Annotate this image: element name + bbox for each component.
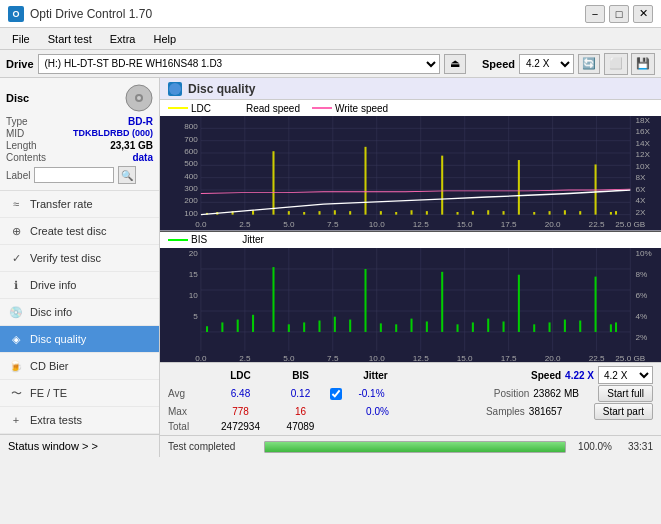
svg-text:10X: 10X — [635, 162, 650, 170]
menu-start-test[interactable]: Start test — [40, 31, 100, 47]
svg-rect-137 — [533, 324, 535, 332]
legend-read-speed-label: Read speed — [246, 103, 300, 114]
sidebar-item-extra-tests[interactable]: + Extra tests — [0, 407, 159, 434]
disc-title: Disc — [6, 92, 29, 104]
svg-text:600: 600 — [184, 147, 198, 155]
svg-rect-57 — [288, 211, 290, 215]
svg-text:300: 300 — [184, 184, 198, 192]
nav-create-test-disc-label: Create test disc — [30, 225, 106, 237]
svg-text:25.0 GB: 25.0 GB — [615, 353, 645, 362]
avg-label: Avg — [168, 388, 208, 399]
svg-rect-140 — [579, 320, 581, 331]
nav-disc-info-label: Disc info — [30, 306, 72, 318]
type-value: BD-R — [128, 116, 153, 127]
label-search-button[interactable]: 🔍 — [118, 166, 136, 184]
action-btn-1[interactable]: ⬜ — [604, 53, 628, 75]
svg-text:12X: 12X — [635, 151, 650, 159]
speed-dropdown-select[interactable]: 4.2 X — [598, 366, 653, 384]
menu-file[interactable]: File — [4, 31, 38, 47]
transfer-rate-icon: ≈ — [8, 196, 24, 212]
svg-text:10.0: 10.0 — [369, 221, 385, 229]
minimize-button[interactable]: − — [585, 5, 605, 23]
bis-header: BIS — [273, 370, 328, 381]
svg-rect-136 — [518, 274, 520, 331]
extra-tests-icon: + — [8, 412, 24, 428]
svg-text:2X: 2X — [635, 208, 645, 216]
sidebar-item-transfer-rate[interactable]: ≈ Transfer rate — [0, 191, 159, 218]
sidebar-item-fe-te[interactable]: 〜 FE / TE — [0, 380, 159, 407]
label-input[interactable] — [34, 167, 114, 183]
body: Disc Type BD-R MID TDKBLDRBD (000) Lengt… — [0, 78, 661, 457]
svg-rect-126 — [364, 268, 366, 331]
svg-rect-76 — [579, 211, 581, 215]
svg-rect-135 — [503, 321, 505, 331]
bis-total: 47089 — [273, 421, 328, 432]
svg-text:20.0: 20.0 — [545, 221, 561, 229]
nav-cd-bier-label: CD Bier — [30, 360, 69, 372]
menu-help[interactable]: Help — [145, 31, 184, 47]
ldc-total: 2472934 — [208, 421, 273, 432]
status-window-button[interactable]: Status window > > — [0, 434, 159, 457]
chart-2: 20 15 10 5 10% 8% 6% 4% 2% 0.0 2.5 5.0 7… — [160, 248, 661, 363]
jitter-avg: -0.1% — [344, 388, 399, 399]
svg-text:25.0 GB: 25.0 GB — [615, 221, 645, 229]
svg-text:200: 200 — [184, 197, 198, 205]
stats-bar: LDC BIS Jitter Speed 4.22 X 4.2 X Avg 6.… — [160, 362, 661, 435]
svg-rect-60 — [334, 210, 336, 214]
samples-label: Samples — [486, 406, 525, 417]
svg-rect-142 — [610, 324, 612, 332]
start-part-button[interactable]: Start part — [594, 403, 653, 420]
svg-text:10%: 10% — [635, 248, 651, 257]
svg-text:22.5: 22.5 — [589, 221, 605, 229]
svg-rect-74 — [549, 211, 551, 215]
status-window-label: Status window > > — [8, 440, 98, 452]
sidebar-item-disc-quality[interactable]: ◈ Disc quality — [0, 326, 159, 353]
speed-select[interactable]: 4.2 X — [519, 54, 574, 74]
svg-point-2 — [137, 96, 141, 100]
maximize-button[interactable]: □ — [609, 5, 629, 23]
menu-extra[interactable]: Extra — [102, 31, 144, 47]
main-content: Disc quality LDC Read speed — [160, 78, 661, 457]
svg-rect-129 — [411, 318, 413, 331]
svg-rect-120 — [272, 267, 274, 332]
jitter-checkbox[interactable] — [330, 388, 342, 400]
svg-text:5.0: 5.0 — [283, 221, 294, 229]
disc-quality-icon: ◈ — [8, 331, 24, 347]
svg-rect-143 — [615, 322, 617, 332]
svg-rect-55 — [252, 210, 254, 214]
speed-icon-btn[interactable]: 🔄 — [578, 54, 600, 74]
svg-text:20.0: 20.0 — [545, 353, 562, 362]
legend-read-speed: Read speed — [223, 103, 300, 114]
sidebar-item-cd-bier[interactable]: 🍺 CD Bier — [0, 353, 159, 380]
start-full-button[interactable]: Start full — [598, 385, 653, 402]
svg-text:0.0: 0.0 — [195, 353, 207, 362]
svg-rect-78 — [610, 212, 612, 215]
app-title: Opti Drive Control 1.70 — [30, 7, 152, 21]
length-value: 23,31 GB — [110, 140, 153, 151]
nav-extra-tests-label: Extra tests — [30, 414, 82, 426]
total-label: Total — [168, 421, 208, 432]
sidebar-item-disc-info[interactable]: 💿 Disc info — [0, 299, 159, 326]
svg-rect-133 — [472, 322, 474, 332]
disc-quality-header-icon — [168, 82, 182, 96]
disc-quality-header: Disc quality — [160, 78, 661, 100]
svg-text:400: 400 — [184, 172, 198, 180]
sidebar-item-create-test-disc[interactable]: ⊕ Create test disc — [0, 218, 159, 245]
svg-text:10.0: 10.0 — [369, 353, 386, 362]
svg-rect-130 — [426, 321, 428, 331]
action-btn-2[interactable]: 💾 — [631, 53, 655, 75]
svg-text:4X: 4X — [635, 197, 645, 205]
sidebar-item-verify-test-disc[interactable]: ✓ Verify test disc — [0, 245, 159, 272]
menu-bar: File Start test Extra Help — [0, 28, 661, 50]
close-button[interactable]: ✕ — [633, 5, 653, 23]
nav-verify-test-disc-label: Verify test disc — [30, 252, 101, 264]
svg-point-3 — [169, 83, 181, 95]
drive-select[interactable]: (H:) HL-DT-ST BD-RE WH16NS48 1.D3 — [38, 54, 440, 74]
svg-rect-132 — [457, 324, 459, 332]
legend-write-speed: Write speed — [312, 103, 388, 114]
legend-jitter: Jitter — [219, 234, 264, 245]
sidebar-item-drive-info[interactable]: ℹ Drive info — [0, 272, 159, 299]
svg-text:2.5: 2.5 — [239, 221, 250, 229]
eject-button[interactable]: ⏏ — [444, 54, 466, 74]
svg-rect-116 — [206, 326, 208, 332]
